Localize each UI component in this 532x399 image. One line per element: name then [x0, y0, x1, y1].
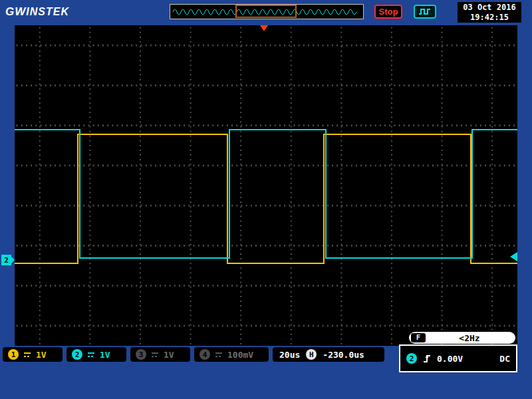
trigger-mode-button[interactable] — [414, 5, 436, 19]
graticule: F <2Hz — [15, 25, 517, 346]
trigger-coupling: DC — [499, 354, 510, 364]
rising-edge-icon — [422, 352, 432, 364]
date-text: 03 Oct 2016 — [458, 3, 521, 13]
zoom-window-handle[interactable] — [235, 5, 297, 18]
channel3-coupling-icon — [150, 351, 160, 358]
brand-logo: GWINSTEK — [5, 5, 69, 19]
channel2-coupling-icon — [86, 351, 96, 358]
horizontal-icon: H — [306, 349, 317, 360]
trigger-level-value: 0.00V — [437, 354, 463, 364]
channel1-scale: 1V — [36, 350, 47, 360]
trigger-status-panel[interactable]: 2 0.00V DC — [399, 344, 517, 372]
trigger-source-badge: 2 — [406, 353, 417, 364]
time-text: 19:42:15 — [458, 13, 521, 23]
frequency-icon: F — [411, 333, 426, 342]
channel3-status[interactable]: 3 1V — [130, 347, 190, 362]
channel1-status[interactable]: 1 1V — [3, 347, 63, 362]
trigger-position-marker[interactable] — [260, 25, 268, 31]
frequency-value: <2Hz — [426, 333, 513, 343]
square-wave-icon — [418, 7, 432, 17]
channel2-ground-marker-label: 2 — [4, 256, 9, 265]
channel4-badge: 4 — [200, 349, 210, 360]
timebase-scale: 20us — [279, 350, 300, 360]
channel3-scale: 1V — [164, 350, 174, 360]
trigger-level-marker[interactable] — [510, 252, 517, 261]
waveform-svg — [15, 25, 517, 346]
channel2-ground-marker[interactable]: 2 — [1, 255, 11, 265]
waveform-preview[interactable] — [170, 4, 364, 19]
channel4-coupling-icon — [214, 351, 223, 358]
horizontal-position: -230.0us — [323, 350, 364, 360]
timebase-status[interactable]: 20us H -230.0us — [273, 347, 384, 362]
channel1-badge: 1 — [8, 349, 19, 360]
channel2-badge: 2 — [72, 349, 82, 360]
status-bar: 1 1V 2 1V 3 1V 4 — [0, 346, 396, 363]
logo-prefix: GW — [5, 5, 26, 18]
datetime-display: 03 Oct 2016 19:42:15 — [458, 2, 521, 23]
top-bar: GWINSTEK Stop 03 Oct 2016 19:42:15 — [0, 0, 532, 24]
stop-button[interactable]: Stop — [374, 5, 402, 19]
channel4-scale: 100mV — [227, 350, 253, 360]
frequency-readout: F <2Hz — [409, 332, 515, 344]
logo-name: INSTEK — [26, 6, 69, 17]
oscilloscope-screen: GWINSTEK Stop 03 Oct 2016 19:42:15 F <2H… — [0, 0, 532, 399]
channel3-badge: 3 — [136, 349, 146, 360]
channel2-status[interactable]: 2 1V — [66, 347, 126, 362]
channel4-status[interactable]: 4 100mV — [194, 347, 269, 362]
channel1-coupling-icon — [23, 351, 32, 358]
channel2-scale: 1V — [100, 350, 110, 360]
